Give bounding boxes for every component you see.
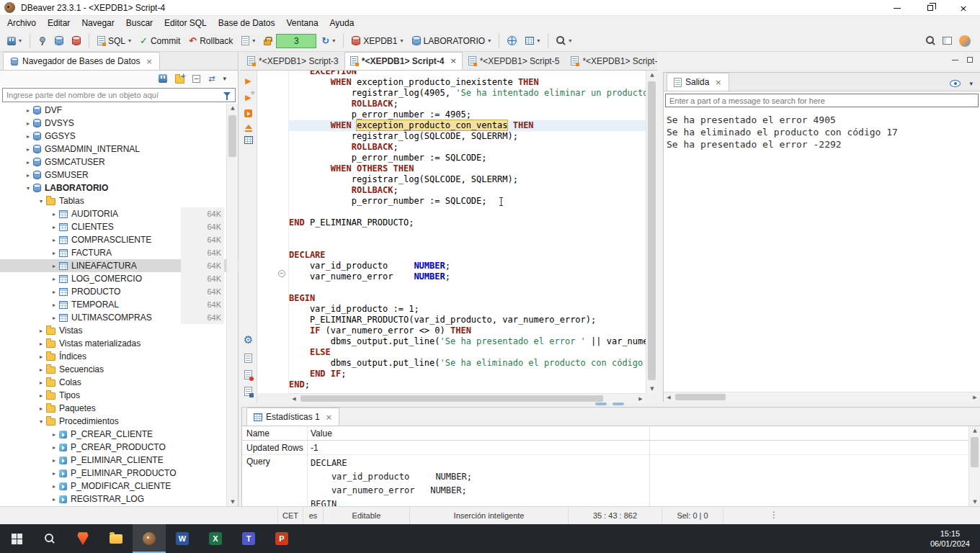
taskbar-clock[interactable]: 15:15 06/01/2024 [930, 524, 980, 553]
taskbar-icon-search[interactable] [33, 524, 66, 553]
output-log-icon[interactable] [244, 354, 252, 363]
tree-item-dvsys[interactable]: ▸DVSYS [0, 117, 239, 130]
editor-tab[interactable]: *<XEPDB1> Script-6 [565, 52, 657, 70]
taskbar-icon-start[interactable] [0, 524, 33, 553]
statistics-tab[interactable]: Estadísticas 1 × [246, 408, 339, 426]
tree-item-log-comercio[interactable]: ▸LOG_COMERCIO64K [0, 272, 239, 285]
output-tab[interactable]: Salida × [667, 73, 729, 91]
error-log-icon[interactable] [244, 370, 252, 379]
code-line[interactable]: registrar_log(SQLCODE, SQLERRM); [289, 131, 646, 142]
expander-icon[interactable]: ▸ [49, 250, 59, 256]
scroll-down-icon[interactable]: ▼ [646, 386, 658, 392]
splitter-handle[interactable] [595, 403, 624, 405]
scrollbar-thumb[interactable] [675, 394, 726, 400]
expander-icon[interactable]: ▸ [49, 470, 59, 477]
expander-icon[interactable]: ▸ [49, 444, 59, 451]
commit-mode-button[interactable] [51, 32, 67, 50]
rollback-mode-button[interactable] [68, 32, 84, 50]
settings-gear-icon[interactable]: ⚙ [244, 333, 253, 346]
menu-item-navegar[interactable]: Navegar [76, 17, 120, 30]
minimize-view-icon[interactable] [952, 60, 958, 60]
status-item[interactable]: Inserción inteligente [410, 507, 569, 524]
tree-item-factura[interactable]: ▸FACTURA64K [0, 246, 239, 259]
rollback-button[interactable]: ↶ Rollback [185, 32, 236, 50]
code-line[interactable]: END IF; [289, 369, 646, 379]
tree-item-clientes[interactable]: ▸CLIENTES64K [0, 220, 239, 233]
code-line[interactable]: EXCEPTION [289, 71, 646, 77]
code-line[interactable]: P_ELIMINAR_PRODUCTO(var_id_producto, var… [289, 315, 646, 325]
tree-item-vistas-materializadas[interactable]: ▸Vistas materializadas [0, 337, 239, 350]
tree-item-vistas[interactable]: ▸Vistas [0, 324, 239, 337]
scroll-right-icon[interactable]: ▶ [970, 395, 980, 400]
code-line[interactable]: ROLLBACK; [289, 185, 646, 196]
tree-item-procedimientos[interactable]: ▾Procedimientos [0, 415, 239, 428]
transaction-log-button[interactable]: ▾ [238, 32, 259, 50]
code-line[interactable]: dbms_output.put_line('Se ha presentado e… [289, 336, 646, 347]
status-item[interactable]: es [303, 507, 324, 524]
output-search-input[interactable] [665, 94, 979, 107]
code-area[interactable]: EXCEPTION WHEN exception_producto_inexis… [289, 71, 646, 390]
expander-icon[interactable]: ▾ [36, 418, 46, 425]
expander-icon[interactable]: ▸ [49, 211, 59, 217]
editor-viewport[interactable]: EXCEPTION WHEN exception_producto_inexis… [289, 71, 646, 393]
expander-icon[interactable]: ▸ [36, 392, 46, 399]
taskbar-icon-teams[interactable]: T [232, 524, 265, 553]
scrollbar-thumb[interactable] [300, 395, 603, 402]
expander-icon[interactable]: ▸ [36, 328, 46, 334]
navigator-scrollbar[interactable]: ▲ ▼ [226, 104, 238, 506]
tree-item-producto[interactable]: ▸PRODUCTO64K [0, 285, 239, 298]
code-line[interactable]: WHEN exception_producto_con_ventas THEN [289, 120, 646, 131]
execute-statement-icon[interactable]: ▶ [245, 76, 251, 86]
status-item[interactable]: Editable [324, 507, 410, 524]
taskbar-icon-word[interactable]: W [166, 524, 199, 553]
code-line[interactable]: p_error_number := SQLCODE; [289, 196, 646, 207]
tree-item-tipos[interactable]: ▸Tipos [0, 389, 239, 402]
editor-tab[interactable]: *<XEPDB1> Script-5 [463, 52, 566, 70]
code-line[interactable]: DECLARE [289, 250, 646, 261]
user-avatar[interactable] [959, 35, 971, 47]
expander-icon[interactable]: ▸ [49, 237, 59, 243]
expander-icon[interactable]: ▸ [49, 289, 59, 295]
close-view-icon[interactable]: × [146, 57, 152, 66]
scroll-down-icon[interactable]: ▼ [969, 499, 980, 505]
perspective-layout-icon[interactable] [943, 37, 952, 45]
code-line[interactable]: p_error_number := SQLCODE; [289, 153, 646, 163]
code-line[interactable]: var_id_producto NUMBER; [289, 261, 646, 271]
expander-icon[interactable]: ▸ [49, 457, 59, 464]
new-connection-button[interactable]: ▾ [4, 32, 25, 50]
code-line[interactable]: registrar_log(4905, 'Se ha intentado eli… [289, 88, 646, 99]
expander-icon[interactable]: ▸ [23, 146, 33, 153]
tree-item-gsmadmin-internal[interactable]: ▸GSMADMIN_INTERNAL [0, 143, 239, 156]
status-item[interactable]: Sel: 0 | 0 [662, 507, 723, 524]
tree-item-p-crear-producto[interactable]: ▸P_CREAR_PRODUCTO [0, 441, 239, 454]
pin-button[interactable] [35, 32, 50, 50]
collapse-all-icon[interactable]: − [192, 75, 200, 83]
connection-selector[interactable]: XEPDB1 ▾ [348, 32, 406, 50]
code-line[interactable]: var_numero_error NUMBER; [289, 271, 646, 282]
refresh-button[interactable]: ↻ ▾ [318, 32, 339, 50]
expander-icon[interactable]: ▾ [36, 198, 46, 204]
close-tab-icon[interactable]: × [450, 56, 456, 66]
status-item[interactable]: CET [277, 507, 303, 524]
code-line[interactable]: var_id_producto := 1; [289, 304, 646, 315]
tree-item-ultimascompras[interactable]: ▸ULTIMASCOMPRAS64K [0, 311, 239, 324]
navigator-tree[interactable]: ▸DVF▸DVSYS▸GGSYS▸GSMADMIN_INTERNAL▸GSMCA… [0, 104, 239, 506]
code-line[interactable]: registrar_log(SQLCODE, SQLERRM); [289, 174, 646, 185]
scroll-left-icon[interactable]: ◀ [664, 395, 674, 400]
expander-icon[interactable]: ▾ [23, 185, 33, 192]
chevron-down-icon[interactable]: ▾ [969, 80, 973, 87]
expander-icon[interactable]: ▸ [23, 172, 33, 179]
tree-item-p-modificar-cliente[interactable]: ▸P_MODIFICAR_CLIENTE [0, 480, 239, 493]
code-line[interactable]: ROLLBACK; [289, 142, 646, 153]
code-line[interactable] [289, 207, 646, 217]
tree-item-p-crear-cliente[interactable]: ▸P_CREAR_CLIENTE [0, 428, 239, 441]
link-with-editor-icon[interactable]: ⇄ [208, 74, 215, 84]
scroll-down-icon[interactable]: ▼ [227, 499, 239, 505]
expander-icon[interactable]: ▸ [49, 315, 59, 321]
tree-item-ggsys[interactable]: ▸GGSYS [0, 130, 239, 143]
network-button[interactable] [504, 32, 520, 50]
code-line[interactable] [289, 228, 646, 239]
results-grid-button[interactable]: ▾ [522, 32, 543, 50]
tree-item-secuencias[interactable]: ▸Secuencias [0, 363, 239, 376]
expander-icon[interactable]: ▸ [49, 483, 59, 490]
